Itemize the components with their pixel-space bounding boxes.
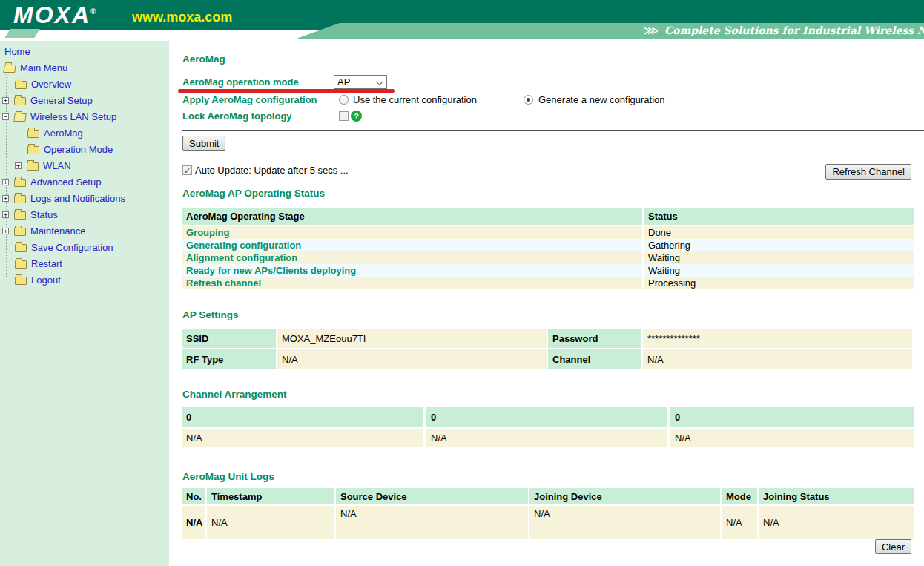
log-timestamp: N/A	[207, 506, 334, 539]
sidebar-item-label: Restart	[31, 258, 62, 269]
sidebar-item-label: Save Configuration	[31, 242, 113, 253]
folder-icon	[15, 277, 27, 285]
ap-settings-table: SSID MOXA_MZEouu7TI Password ***********…	[182, 329, 914, 369]
sidebar-item-label: Advanced Setup	[30, 177, 101, 188]
field-value: **************	[643, 329, 912, 348]
column-header: 0	[426, 407, 667, 427]
sidebar-item-general-setup[interactable]: + General Setup	[0, 92, 169, 108]
chevron-down-icon	[376, 79, 383, 85]
sidebar-item-logout[interactable]: Logout	[0, 272, 169, 288]
operating-status-table: AeroMag Operating Stage Status Grouping …	[182, 208, 914, 289]
sidebar-item-logs-and-notifications[interactable]: + Logs and Notifications	[0, 190, 169, 206]
sidebar-item-operation-mode[interactable]: Operation Mode	[0, 141, 169, 157]
page: ⋙Complete Solutions for Industrial Wirel…	[0, 0, 924, 566]
collapse-minus-icon[interactable]: −	[2, 113, 9, 120]
radio-use-current-configuration[interactable]	[339, 95, 349, 105]
sidebar-item-label: General Setup	[30, 95, 93, 106]
sidebar-item-label: Wireless LAN Setup	[30, 111, 116, 122]
sidebar-item-label: Main Menu	[20, 62, 67, 73]
column-header: AeroMag Operating Stage	[182, 208, 642, 225]
column-header: Status	[644, 208, 914, 225]
channel-arrangement-title: Channel Arrangement	[182, 389, 287, 400]
refresh-channel-button[interactable]: Refresh Channel	[825, 164, 911, 180]
sidebar-nav: Home Main Menu Overview + General Setup …	[0, 41, 169, 566]
table-row: N/A N/A N/A	[182, 429, 914, 447]
table-row: Alignment configuration Waiting	[182, 251, 914, 264]
operation-mode-select[interactable]: AP	[334, 75, 387, 89]
status-cell: Processing	[644, 277, 914, 289]
folder-icon	[27, 130, 39, 138]
status-cell: Done	[644, 226, 914, 239]
sidebar-item-save-configuration[interactable]: Save Configuration	[0, 239, 169, 255]
field-value: N/A	[277, 349, 547, 369]
folder-icon	[14, 97, 26, 105]
folder-icon	[27, 162, 39, 171]
help-icon[interactable]: ?	[351, 111, 362, 122]
expand-plus-icon[interactable]: +	[15, 162, 22, 169]
folder-icon	[14, 195, 26, 203]
folder-icon	[27, 146, 39, 154]
stage-cell: Grouping	[182, 226, 642, 239]
operation-mode-label: AeroMag operation mode	[182, 76, 299, 88]
column-header: Mode	[722, 488, 757, 504]
folder-icon	[14, 211, 26, 220]
sidebar-item-restart[interactable]: Restart	[0, 255, 169, 272]
folder-icon	[15, 260, 27, 269]
sidebar-item-home[interactable]: Home	[0, 43, 169, 59]
status-cell: Gathering	[644, 239, 914, 251]
field-label: Channel	[548, 349, 641, 369]
tagline: ⋙Complete Solutions for Industrial Wirel…	[644, 24, 924, 36]
table-row: Refresh channel Processing	[182, 277, 914, 289]
stage-cell: Refresh channel	[182, 277, 642, 289]
column-header: Timestamp	[207, 488, 334, 504]
triple-chevron-icon: ⋙	[644, 24, 659, 36]
log-mode: N/A	[722, 506, 757, 539]
registered-mark: ®	[90, 7, 96, 16]
channel-value: N/A	[182, 429, 423, 447]
header-decoration	[4, 29, 39, 38]
expand-plus-icon[interactable]: +	[2, 228, 9, 234]
sidebar-item-label: Logout	[31, 274, 61, 286]
channel-arrangement-table: 0 0 0 N/A N/A N/A	[182, 407, 914, 447]
expand-plus-icon[interactable]: +	[2, 195, 9, 202]
column-header: 0	[670, 407, 914, 427]
log-joining-device: N/A	[529, 506, 720, 539]
column-header: 0	[182, 407, 423, 427]
website-link[interactable]: www.moxa.com	[132, 10, 232, 25]
table-row: Generating configuration Gathering	[182, 239, 914, 251]
folder-icon	[14, 179, 26, 187]
column-header: Joining Device	[529, 488, 720, 504]
expand-plus-icon[interactable]: +	[2, 179, 9, 185]
log-source-device: N/A	[336, 506, 528, 539]
expand-plus-icon[interactable]: +	[2, 211, 9, 218]
sidebar-item-wlan[interactable]: + WLAN	[0, 157, 169, 174]
sidebar-item-label: Maintenance	[30, 226, 85, 237]
clear-button[interactable]: Clear	[875, 539, 911, 554]
submit-button[interactable]: Submit	[182, 136, 225, 151]
column-header: No.	[182, 488, 205, 504]
sidebar-item-overview[interactable]: Overview	[0, 76, 169, 92]
log-joining-status: N/A	[759, 506, 914, 539]
radio-generate-new-configuration[interactable]	[524, 95, 533, 105]
table-row: RF Type N/A Channel N/A	[182, 349, 914, 369]
tagline-text: Complete Solutions for Industrial Wirele…	[664, 24, 924, 36]
folder-icon	[14, 228, 26, 236]
apply-configuration-label: Apply AeroMag configuration	[182, 94, 317, 105]
sidebar-item-maintenance[interactable]: + Maintenance	[0, 223, 169, 239]
sidebar-item-status[interactable]: + Status	[0, 206, 169, 223]
open-folder-icon	[3, 65, 16, 73]
sidebar-item-label: Home	[4, 46, 30, 57]
sidebar-item-wireless-lan-setup[interactable]: − Wireless LAN Setup	[0, 108, 169, 125]
lock-topology-checkbox[interactable]	[339, 111, 349, 121]
expand-plus-icon[interactable]: +	[2, 97, 9, 104]
tagline-band: ⋙Complete Solutions for Industrial Wirel…	[297, 23, 924, 39]
sidebar-item-advanced-setup[interactable]: + Advanced Setup	[0, 174, 169, 190]
folder-icon	[15, 244, 27, 252]
auto-update-checkbox[interactable]: ✓	[182, 165, 192, 175]
radio-label-use-current: Use the current configuration	[353, 94, 477, 105]
stage-cell: Generating configuration	[182, 239, 642, 251]
sidebar-item-aeromag[interactable]: AeroMag	[0, 125, 169, 141]
stage-cell: Ready for new APs/Clients deploying	[182, 264, 642, 277]
open-folder-icon	[13, 113, 27, 122]
sidebar-item-main-menu[interactable]: Main Menu	[0, 59, 169, 76]
